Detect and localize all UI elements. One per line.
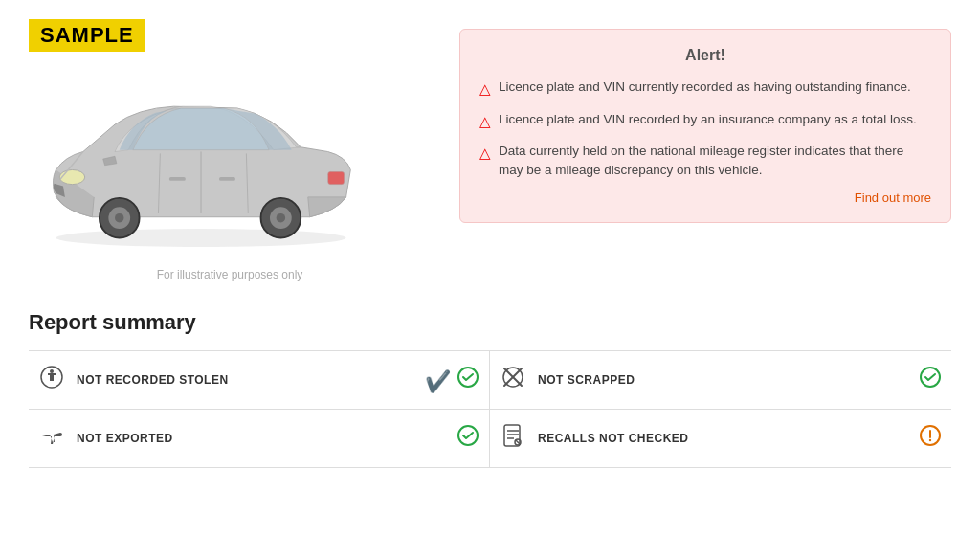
police-icon — [38, 365, 65, 395]
report-summary: Report summary NOT RECORDED STOLEN ✔️ — [0, 301, 980, 487]
find-out-more-link[interactable]: Find out more — [479, 190, 931, 205]
alert-text-1: Licence plate and VIN currently recorded… — [499, 78, 911, 97]
scrapped-label: NOT SCRAPPED — [538, 373, 907, 387]
exported-status-icon — [457, 424, 479, 453]
car-side: SAMPLE — [29, 19, 431, 281]
car-image-container — [29, 65, 431, 260]
warning-icon-1: △ — [479, 78, 491, 100]
car-image — [29, 65, 373, 256]
alert-box: Alert! △ Licence plate and VIN currently… — [459, 29, 951, 223]
report-summary-title: Report summary — [29, 310, 951, 335]
svg-rect-5 — [328, 171, 345, 184]
svg-point-0 — [56, 229, 345, 247]
svg-rect-12 — [169, 177, 186, 181]
svg-point-11 — [277, 213, 285, 222]
alert-item-2: △ Licence plate and VIN recorded by an i… — [479, 110, 931, 133]
summary-row-scrapped: NOT SCRAPPED — [490, 351, 951, 410]
recalls-icon — [500, 423, 526, 454]
stolen-label: NOT RECORDED STOLEN — [77, 373, 413, 387]
summary-row-stolen: NOT RECORDED STOLEN ✔️ — [29, 351, 490, 410]
scrapped-icon — [500, 365, 526, 395]
svg-rect-13 — [219, 177, 235, 181]
svg-point-4 — [59, 169, 85, 184]
exported-icon — [38, 423, 65, 454]
alert-item-1: △ Licence plate and VIN currently record… — [479, 78, 931, 100]
alert-text-2: Licence plate and VIN recorded by an ins… — [499, 110, 917, 129]
svg-point-29 — [929, 439, 931, 441]
svg-rect-22 — [504, 425, 520, 446]
recalls-label: RECALLS NOT CHECKED — [538, 432, 907, 445]
summary-row-exported: NOT EXPORTED — [29, 410, 490, 468]
scrapped-status-icon — [919, 366, 942, 394]
top-section: SAMPLE — [0, 0, 980, 301]
summary-row-recalls: RECALLS NOT CHECKED — [490, 410, 951, 468]
warning-icon-3: △ — [479, 143, 491, 165]
summary-grid: NOT RECORDED STOLEN ✔️ NOT SCRAPPED — [29, 350, 951, 468]
alert-text-3: Data currently held on the national mile… — [499, 142, 931, 181]
alert-title: Alert! — [479, 47, 931, 64]
stolen-status-icon: ✔️ — [425, 366, 479, 394]
alert-item-3: △ Data currently held on the national mi… — [479, 142, 931, 181]
svg-point-15 — [50, 369, 54, 373]
recalls-status-icon — [919, 424, 942, 453]
svg-point-8 — [115, 213, 123, 222]
warning-icon-2: △ — [479, 111, 491, 133]
illustrative-note: For illustrative purposes only — [29, 268, 431, 281]
exported-label: NOT EXPORTED — [77, 432, 445, 445]
sample-badge: SAMPLE — [29, 19, 431, 61]
